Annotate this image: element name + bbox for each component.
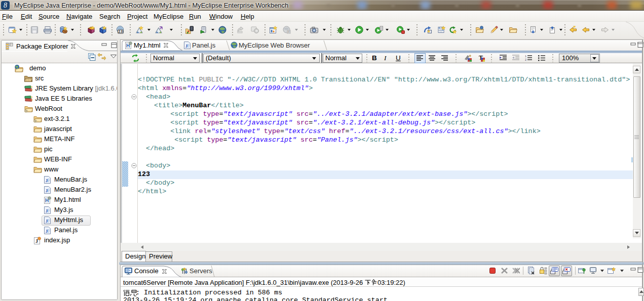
svg-text:1: 1 <box>525 55 526 58</box>
svg-text:R: R <box>288 30 290 33</box>
svg-text:2.0: 2.0 <box>118 30 123 33</box>
svg-text:8: 8 <box>4 2 7 9</box>
svg-text:J: J <box>35 238 38 244</box>
svg-text:2: 2 <box>525 58 526 61</box>
